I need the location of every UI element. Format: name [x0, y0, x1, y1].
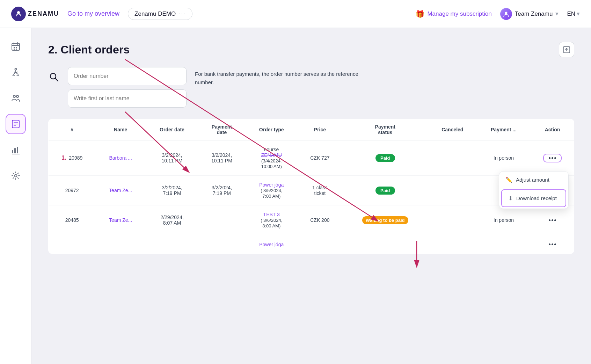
- gift-icon: 🎁: [416, 10, 424, 18]
- row1-number: 1. 20989: [49, 140, 96, 176]
- sidebar-item-analytics[interactable]: [6, 140, 26, 160]
- name-search-input[interactable]: [68, 89, 187, 108]
- row3-number: 20485: [49, 205, 96, 235]
- row2-status: Paid: [342, 176, 429, 205]
- language-btn[interactable]: EN ▾: [567, 10, 580, 17]
- svg-point-1: [505, 12, 507, 14]
- adjust-amount-btn[interactable]: ✏️ Adjust amount: [499, 172, 568, 188]
- page-title: 2. Client orders: [48, 43, 130, 56]
- page-title-text: Client orders: [61, 43, 130, 56]
- row1-payment-date: 3/2/2024,10:11 PM: [198, 140, 245, 176]
- download-icon: ⬇: [508, 195, 513, 202]
- search-icon: [48, 71, 59, 82]
- table-row: 20972 Team Ze... 3/2/2024,7:19 PM 3/2/20…: [49, 176, 574, 205]
- col-payment-date: Paymentdate: [198, 119, 245, 140]
- row1-name[interactable]: Barbora ...: [95, 140, 146, 176]
- table-row: Power jóga: [49, 235, 574, 254]
- row3-action-btn[interactable]: [535, 217, 570, 223]
- paid-badge-2: Paid: [375, 187, 395, 195]
- team-name: Team Zenamu: [515, 10, 553, 17]
- search-inputs: [68, 67, 187, 108]
- row3-payment-date: [198, 205, 245, 235]
- lang-label: EN: [567, 10, 575, 17]
- search-icon-wrap: [48, 67, 59, 82]
- svg-point-12: [16, 95, 19, 97]
- svg-rect-8: [14, 49, 15, 50]
- sidebar-item-calendar[interactable]: [6, 36, 26, 57]
- table-row: 20485 Team Ze... 2/29/2024,8:07 AM TEST …: [49, 205, 574, 235]
- export-button[interactable]: [559, 42, 574, 57]
- col-number: #: [49, 119, 96, 140]
- top-header: ZENAMU Go to my overview Zenamu DEMO ···…: [0, 0, 591, 28]
- table-row: 1. 20989 Barbora ... 3/2/2024,10:11 PM 3…: [49, 140, 574, 176]
- row4-action: [531, 235, 574, 254]
- row4-number: [49, 235, 96, 254]
- row3-action: [531, 205, 574, 235]
- sidebar-item-settings[interactable]: [6, 166, 26, 186]
- col-canceled: Canceled: [429, 119, 476, 140]
- col-payment-status: Paymentstatus: [342, 119, 429, 140]
- bank-info-text: For bank transfer payments, the order nu…: [195, 67, 574, 87]
- adjust-label: Adjust amount: [516, 177, 549, 183]
- row1-canceled: [429, 140, 476, 176]
- workspace-dots: ···: [178, 10, 186, 17]
- svg-rect-18: [14, 148, 16, 153]
- svg-rect-9: [16, 49, 17, 50]
- col-payment-method: Payment ...: [476, 119, 531, 140]
- order-number-input[interactable]: [68, 67, 187, 85]
- row2-canceled: [429, 176, 476, 205]
- row4-order-date: [146, 235, 198, 254]
- row2-order-date: 3/2/2024,7:19 PM: [146, 176, 198, 205]
- download-label: Download receipt: [516, 195, 557, 201]
- logo-icon: [11, 7, 26, 21]
- row2-number: 20972: [49, 176, 96, 205]
- sidebar: [0, 28, 31, 364]
- svg-point-20: [14, 175, 17, 177]
- row2-order-type: Power jóga ( 3/5/2024,7:00 AM): [245, 176, 298, 205]
- row4-payment-method: [476, 235, 531, 254]
- content-area: 2. Client orders: [31, 28, 591, 364]
- row1-status: Paid: [342, 140, 429, 176]
- row1-price: CZK 727: [298, 140, 342, 176]
- row3-price: CZK 200: [298, 205, 342, 235]
- logo: ZENAMU: [11, 7, 59, 21]
- dropdown-container: ✏️ Adjust amount ⬇ Download receipt: [543, 154, 562, 162]
- sidebar-item-clients[interactable]: [6, 88, 26, 108]
- row3-name[interactable]: Team Ze...: [95, 205, 146, 235]
- manage-sub-label: Manage my subscription: [427, 10, 491, 17]
- row4-action-btn[interactable]: [535, 241, 570, 247]
- row3-order-type: TEST 3 ( 3/6/2024,8:00 AM): [245, 205, 298, 235]
- row4-name: [95, 235, 146, 254]
- team-menu-btn[interactable]: Team Zenamu ▾: [500, 8, 559, 20]
- lang-chevron-icon: ▾: [577, 10, 580, 17]
- row1-payment-method: In person: [476, 140, 531, 176]
- workspace-name: Zenamu DEMO: [134, 10, 176, 17]
- sidebar-item-orders[interactable]: [6, 114, 26, 134]
- download-receipt-btn[interactable]: ⬇ Download receipt: [501, 189, 566, 207]
- team-avatar: [500, 8, 512, 20]
- nav-overview-link[interactable]: Go to my overview: [67, 10, 119, 17]
- team-chevron-icon: ▾: [555, 10, 559, 17]
- paid-badge: Paid: [375, 154, 395, 162]
- action-dropdown: ✏️ Adjust amount ⬇ Download receipt: [499, 171, 569, 209]
- row2-payment-date: 3/2/2024,7:19 PM: [198, 176, 245, 205]
- row2-price: 1 classticket: [298, 176, 342, 205]
- table-container: # Name Order date Paymentdate Order type…: [48, 119, 574, 254]
- row4-order-type: Power jóga: [245, 235, 298, 254]
- step-1-label: 1.: [61, 155, 66, 161]
- logo-text: ZENAMU: [28, 10, 59, 17]
- sidebar-item-yoga[interactable]: [6, 62, 26, 82]
- workspace-selector[interactable]: Zenamu DEMO ···: [128, 8, 192, 20]
- row1-action: ✏️ Adjust amount ⬇ Download receipt: [531, 140, 574, 176]
- manage-subscription-btn[interactable]: 🎁 Manage my subscription: [416, 10, 491, 18]
- edit-icon: ✏️: [505, 176, 512, 183]
- row3-order-date: 2/29/2024,8:07 AM: [146, 205, 198, 235]
- waiting-badge: Waiting to be paid: [362, 216, 408, 224]
- svg-point-11: [13, 95, 15, 97]
- row4-canceled: [429, 235, 476, 254]
- row2-name[interactable]: Team Ze...: [95, 176, 146, 205]
- orders-table: # Name Order date Paymentdate Order type…: [48, 119, 574, 254]
- row4-payment-date: [198, 235, 245, 254]
- row1-action-btn[interactable]: [543, 154, 562, 162]
- svg-rect-6: [14, 47, 15, 48]
